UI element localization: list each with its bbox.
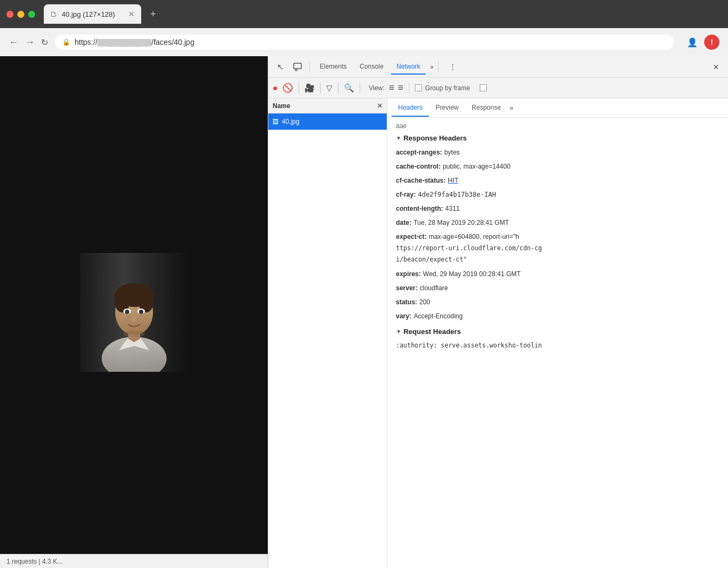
portrait-svg (80, 253, 188, 372)
url-bar[interactable]: 🔒 https://████████/faces/40.jpg (55, 35, 674, 50)
header-date: date: Tue, 28 May 2019 20:28:41 GMT (396, 218, 719, 228)
filter-button[interactable]: ▽ (326, 83, 333, 93)
header-cache-control: cache-control: public, max-age=14400 (396, 162, 719, 171)
header-value: Tue, 28 May 2019 20:28:41 GMT (414, 218, 509, 228)
network-toolbar: ● 🚫 🎥 ▽ 🔍 View: ≡ ≡ Group by frame (268, 78, 728, 98)
header-value: max-age=604800, report-uri="h (429, 232, 519, 242)
capture-screenshots-button[interactable]: 🎥 (305, 83, 315, 93)
header-value-cont: ttps://report-uri.cloudflare.com/cdn-cg (396, 244, 542, 253)
address-bar: ← → ↻ 🔒 https://████████/faces/40.jpg 👤 … (0, 28, 728, 56)
authority-partial-value: :authority: serve.assets.worksho-toolin (396, 341, 542, 350)
tab-title: 40.jpg (127×128) (62, 10, 124, 18)
header-value: Accept-Encoding (414, 311, 463, 321)
devtools-header: ↖ Elements Console Network » ⋮ ✕ (268, 56, 728, 78)
maximize-window-button[interactable] (28, 11, 35, 18)
response-content: aae ▼ Response Headers accept-ranges: by… (387, 118, 728, 568)
header-name: accept-ranges: (396, 148, 442, 157)
group-by-frame-checkbox[interactable] (415, 84, 422, 91)
header-value-cont2: i/beacon/expect-ct" (396, 255, 467, 264)
close-details-button[interactable]: ✕ (377, 102, 382, 110)
header-name: cf-cache-status: (396, 176, 446, 185)
preserve-log-checkbox[interactable] (480, 84, 487, 91)
toolbar-divider (299, 83, 299, 93)
search-network-button[interactable]: 🔍 (344, 83, 354, 93)
header-value: Wed, 29 May 2019 00:28:41 GMT (423, 269, 521, 279)
devtools-menu-button[interactable]: ⋮ (445, 59, 460, 75)
tab-headers[interactable]: Headers (392, 99, 429, 117)
toolbar-divider-5 (409, 83, 409, 93)
network-items-list: 🖼 40.jpg (268, 113, 387, 568)
minimize-window-button[interactable] (17, 11, 24, 18)
tab-response[interactable]: Response (465, 99, 507, 117)
response-tabs: Headers Preview Response » (387, 98, 728, 118)
devtools-more-tabs[interactable]: » (430, 63, 434, 71)
header-name: cache-control: (396, 162, 441, 171)
request-headers-label: Request Headers (403, 328, 461, 336)
response-tabs-more[interactable]: » (509, 104, 513, 112)
header-expect-ct-cont1: ttps://report-uri.cloudflare.com/cdn-cg (396, 244, 719, 253)
devtools-panel: ↖ Elements Console Network » ⋮ ✕ ● 🚫 🎥 (268, 56, 728, 568)
new-tab-button[interactable]: + (145, 6, 161, 22)
header-content-length: content-length: 4311 (396, 204, 719, 213)
header-value: 4de2f9fa4b17b38e-IAH (418, 190, 497, 199)
header-authority-partial: :authority: serve.assets.worksho-toolin (396, 341, 719, 350)
tab-elements[interactable]: Elements (314, 59, 352, 75)
svg-rect-15 (295, 69, 297, 71)
response-headers-title[interactable]: ▼ Response Headers (396, 134, 719, 142)
forward-button[interactable]: → (25, 37, 35, 48)
view-list-button[interactable]: ≡ (389, 82, 395, 93)
header-name: date: (396, 218, 412, 228)
face-image (80, 253, 188, 372)
title-bar: 🗋 40.jpg (127×128) ✕ + (0, 0, 728, 28)
inspector-pointer-button[interactable]: ↖ (273, 59, 288, 75)
toolbar-separator (309, 62, 310, 72)
tab-preview[interactable]: Preview (429, 99, 465, 117)
page-status-bar: 1 requests | 4.3 K... (0, 554, 268, 568)
header-value: 4311 (445, 204, 460, 213)
record-button[interactable]: ● (273, 83, 278, 93)
reload-button[interactable]: ↻ (41, 37, 48, 48)
notification-button[interactable]: ! (704, 35, 719, 50)
header-value: 200 (419, 297, 430, 307)
header-accept-ranges: accept-ranges: bytes (396, 148, 719, 157)
header-value: public, max-age=14400 (443, 162, 511, 171)
request-headers-title[interactable]: ▼ Request Headers (396, 328, 719, 336)
header-value: cloudflare (420, 283, 448, 293)
close-window-button[interactable] (6, 11, 14, 18)
toolbar-divider-3 (338, 83, 339, 93)
svg-point-10 (125, 310, 129, 314)
response-panel: Headers Preview Response » aae ▼ Respons… (387, 98, 728, 568)
header-name: server: (396, 283, 418, 293)
collapse-arrow: ▼ (396, 135, 401, 141)
svg-point-13 (123, 331, 145, 337)
view-waterfall-button[interactable]: ≡ (398, 82, 403, 93)
tab-network[interactable]: Network (391, 59, 426, 75)
account-button[interactable]: 👤 (685, 35, 700, 50)
view-label: View: (369, 84, 385, 92)
back-button[interactable]: ← (9, 37, 18, 48)
element-picker-button[interactable] (290, 59, 305, 75)
name-column-header: Name (273, 102, 290, 110)
partial-header-text: aae (396, 122, 719, 130)
tab-console[interactable]: Console (354, 59, 389, 75)
collapse-arrow-req: ▼ (396, 329, 401, 335)
toolbar-separator-2 (438, 62, 439, 72)
browser-chrome: 🗋 40.jpg (127×128) ✕ + ← → ↻ 🔒 https://█… (0, 0, 728, 56)
devtools-close-button[interactable]: ✕ (709, 59, 724, 75)
header-name: cf-ray: (396, 190, 416, 199)
header-name: status: (396, 297, 417, 307)
header-cf-ray: cf-ray: 4de2f9fa4b17b38e-IAH (396, 190, 719, 199)
network-list-header: Name ✕ (268, 98, 387, 113)
svg-point-11 (139, 310, 143, 314)
header-name: vary: (396, 311, 412, 321)
tab-file-icon: 🗋 (50, 10, 57, 18)
status-text: 1 requests | 4.3 K... (6, 558, 63, 565)
tab-close-button[interactable]: ✕ (128, 10, 135, 18)
header-cf-cache-status: cf-cache-status: HIT (396, 176, 719, 185)
header-vary: vary: Accept-Encoding (396, 311, 719, 321)
clear-network-button[interactable]: 🚫 (282, 83, 293, 93)
browser-tab[interactable]: 🗋 40.jpg (127×128) ✕ (44, 4, 141, 24)
response-headers-label: Response Headers (403, 134, 467, 142)
header-server: server: cloudflare (396, 283, 719, 293)
network-item-40jpg[interactable]: 🖼 40.jpg (268, 113, 387, 130)
